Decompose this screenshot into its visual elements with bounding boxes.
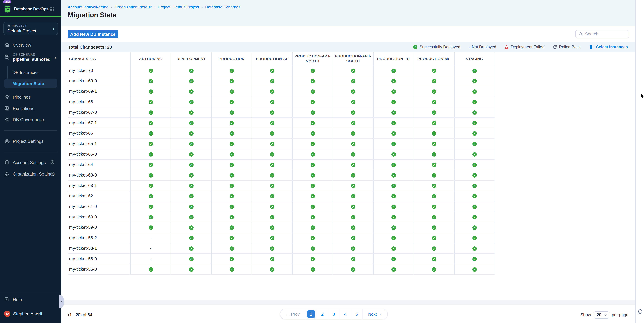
page-size-select[interactable]: 20 bbox=[594, 311, 609, 318]
changeset-name[interactable]: my-ticket-65-0 bbox=[68, 149, 130, 159]
status-cell: ✓ bbox=[292, 117, 333, 128]
sidebar-item-db-governance[interactable]: DB Governance bbox=[0, 115, 61, 124]
success-check-icon: ✓ bbox=[148, 89, 153, 94]
changeset-name[interactable]: my-ticket-59-0 bbox=[68, 222, 130, 232]
status-cell: ✓ bbox=[171, 76, 212, 86]
column-header[interactable]: PRODUCTION-AF bbox=[252, 52, 292, 65]
success-check-icon: ✓ bbox=[351, 152, 355, 157]
column-header[interactable]: AUTHORING bbox=[130, 52, 171, 65]
success-check-icon: ✓ bbox=[432, 89, 436, 94]
info-icon[interactable]: i bbox=[50, 160, 54, 164]
user-menu[interactable]: SA Stephen Atwell bbox=[4, 310, 42, 317]
changeset-name[interactable]: my-ticket-63-1 bbox=[68, 180, 130, 191]
status-cell: ✓ bbox=[252, 97, 292, 107]
page-button-active[interactable]: 1 bbox=[305, 309, 316, 319]
status-cell: ✓ bbox=[373, 232, 414, 243]
status-cell: ✓ bbox=[130, 201, 171, 212]
status-cell: ✓ bbox=[414, 97, 454, 107]
success-check-icon: ✓ bbox=[432, 100, 436, 104]
project-selector[interactable]: PROJECT Default Project › bbox=[3, 22, 58, 35]
changeset-name[interactable]: my-ticket-65-1 bbox=[68, 138, 130, 149]
sidebar-item-project-settings[interactable]: Project Settings bbox=[0, 136, 61, 146]
chevron-right-icon: › bbox=[55, 55, 56, 60]
changeset-name[interactable]: my-ticket-70 bbox=[68, 65, 130, 76]
changeset-name[interactable]: my-ticket-67-0 bbox=[68, 107, 130, 117]
changeset-name[interactable]: my-ticket-64 bbox=[68, 159, 130, 170]
table-row: my-ticket-65-1✓✓✓✓✓✓✓✓✓ bbox=[68, 138, 495, 149]
select-instances-button[interactable]: Select Instances bbox=[590, 45, 628, 49]
changeset-name[interactable]: my-ticket-69-1 bbox=[68, 86, 130, 97]
app-grid-icon[interactable] bbox=[50, 7, 54, 12]
changeset-name[interactable]: my-ticket-60-0 bbox=[68, 212, 130, 222]
sidebar-item-executions[interactable]: Executions bbox=[0, 104, 61, 113]
sidebar-item-pipelines[interactable]: Pipelines bbox=[0, 92, 61, 102]
success-check-icon: ✓ bbox=[310, 89, 315, 94]
status-cell: ✓ bbox=[130, 212, 171, 222]
support-icon[interactable] bbox=[637, 309, 643, 315]
page-button[interactable]: 3 bbox=[328, 309, 339, 319]
next-page-button[interactable]: Next → bbox=[362, 309, 388, 319]
column-header[interactable]: PRODUCTION-EU bbox=[373, 52, 414, 65]
search-box[interactable] bbox=[575, 30, 629, 38]
changeset-name[interactable]: my-ticket-66 bbox=[68, 128, 130, 138]
status-cell: ✓ bbox=[252, 232, 292, 243]
page-button[interactable]: 5 bbox=[351, 309, 362, 319]
breadcrumb-link[interactable]: Database Schemas bbox=[205, 5, 240, 10]
status-cell: ✓ bbox=[212, 222, 252, 232]
success-check-icon: ✓ bbox=[391, 131, 396, 136]
status-cell: ✓ bbox=[292, 264, 333, 274]
changeset-name[interactable]: my-ticket-58-2 bbox=[68, 232, 130, 243]
column-header[interactable]: DEVELOPMENT bbox=[171, 52, 212, 65]
success-check-icon: ✓ bbox=[310, 215, 315, 219]
column-header[interactable]: PRODUCTION-APJ-NORTH bbox=[292, 52, 333, 65]
status-cell: ✓ bbox=[171, 65, 212, 76]
executions-icon bbox=[4, 106, 10, 111]
success-check-icon: ✓ bbox=[230, 257, 234, 261]
new-badge: NEW bbox=[3, 0, 11, 3]
status-cell: ✓ bbox=[373, 222, 414, 232]
prev-page-button[interactable]: ← Prev bbox=[280, 312, 305, 316]
changeset-name[interactable]: my-ticket-55-0 bbox=[68, 264, 130, 274]
changeset-name[interactable]: my-ticket-62 bbox=[68, 191, 130, 201]
status-cell: ✓ bbox=[212, 138, 252, 149]
success-check-icon: ✓ bbox=[148, 184, 153, 188]
page-button[interactable]: 2 bbox=[316, 309, 328, 319]
changeset-name[interactable]: my-ticket-61-0 bbox=[68, 201, 130, 212]
success-check-icon: ✓ bbox=[148, 194, 153, 198]
breadcrumb-link[interactable]: Project: Default Project bbox=[158, 5, 199, 10]
sidebar-item-help[interactable]: ? Help bbox=[0, 295, 61, 304]
column-header[interactable]: CHANGESETS bbox=[68, 52, 130, 65]
table-row: my-ticket-58-1-✓✓✓✓✓✓✓✓ bbox=[68, 243, 495, 253]
info-icon[interactable]: i bbox=[50, 172, 54, 175]
success-check-icon: ✓ bbox=[351, 131, 355, 136]
column-header[interactable]: PRODUCTION-APJ-SOUTH bbox=[333, 52, 373, 65]
status-cell: ✓ bbox=[373, 117, 414, 128]
status-cell: ✓ bbox=[130, 170, 171, 180]
breadcrumb-link[interactable]: Account: satwell-demo bbox=[68, 5, 108, 10]
sidebar-item-overview[interactable]: Overview bbox=[0, 40, 61, 50]
changeset-name[interactable]: my-ticket-58-0 bbox=[68, 253, 130, 264]
sidebar-item-migration-state[interactable]: Migration State bbox=[4, 79, 57, 88]
changeset-name[interactable]: my-ticket-63-0 bbox=[68, 170, 130, 180]
column-header[interactable]: PRODUCTION-ME bbox=[414, 52, 454, 65]
app-logo[interactable]: Database DevOps bbox=[3, 5, 48, 14]
sidebar-item-db-schemas[interactable]: DB SCHEMAS pipeline_authored › bbox=[0, 52, 61, 63]
sidebar-item-account-settings[interactable]: Account Settings i bbox=[0, 158, 61, 167]
changeset-name[interactable]: my-ticket-67-1 bbox=[68, 117, 130, 128]
cube-icon bbox=[8, 24, 10, 27]
search-input[interactable] bbox=[585, 32, 622, 37]
changeset-name[interactable]: my-ticket-69-0 bbox=[68, 76, 130, 86]
success-check-icon: ✓ bbox=[230, 267, 234, 272]
status-cell: ✓ bbox=[292, 222, 333, 232]
changeset-name[interactable]: my-ticket-58-1 bbox=[68, 243, 130, 253]
sidebar-item-db-instances[interactable]: DB Instances bbox=[12, 68, 38, 77]
page-button[interactable]: 4 bbox=[339, 309, 351, 319]
column-header[interactable]: PRODUCTION bbox=[212, 52, 252, 65]
changeset-name[interactable]: my-ticket-68 bbox=[68, 97, 130, 107]
success-check-icon: ✓ bbox=[310, 257, 315, 261]
breadcrumb-link[interactable]: Organization: default bbox=[114, 5, 152, 10]
status-cell: ✓ bbox=[252, 201, 292, 212]
column-header[interactable]: STAGING bbox=[454, 52, 495, 65]
sidebar-item-organization-settings[interactable]: Organization Settings i bbox=[0, 169, 61, 179]
add-db-instance-button[interactable]: Add New DB Instance bbox=[68, 30, 118, 39]
